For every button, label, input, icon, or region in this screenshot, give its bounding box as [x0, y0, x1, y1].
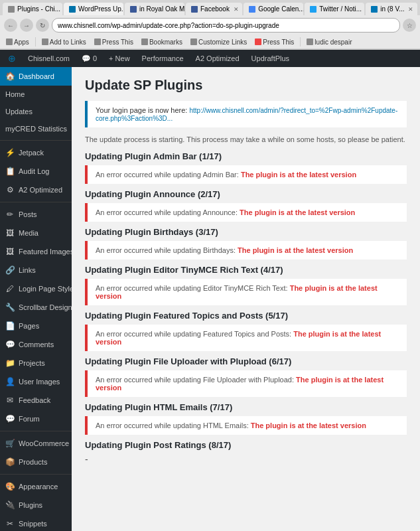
bookmark-ludic[interactable]: ludic despair	[305, 38, 354, 46]
audit-icon: 📋	[5, 167, 15, 176]
sidebar-item-woocommerce[interactable]: 🛒 WooCommerce	[0, 434, 72, 453]
tab-label: Google Calen...	[258, 5, 303, 13]
sidebar-item-label: Featured Images	[19, 248, 72, 256]
wp-performance[interactable]: Performance	[139, 50, 186, 67]
sidebar-item-projects[interactable]: 📁 Projects	[0, 354, 72, 372]
error-box-1: An error occurred while updating Admin B…	[85, 165, 407, 184]
tabs-bar: Plugins - Chi... ✕ WordPress Up... ✕ in …	[0, 0, 420, 15]
sidebar-item-user-images[interactable]: 👤 User Images	[0, 372, 72, 391]
sidebar-item-featured-images[interactable]: 🖼 Featured Images	[0, 242, 72, 261]
bookmark-customize-links[interactable]: Customize Links	[188, 38, 249, 46]
update-section-8: Updating Plugin Post Ratings (8/17) -	[85, 440, 407, 465]
tab-favicon	[191, 6, 198, 13]
comments-number: 0	[93, 54, 97, 62]
user-images-icon: 👤	[5, 377, 15, 386]
sidebar-item-posts[interactable]: ✏ Posts	[0, 205, 72, 224]
bookmark-press-this-2[interactable]: Press This	[253, 38, 296, 46]
update-heading-3: Updating Plugin Birthdays (3/17)	[85, 227, 407, 237]
tab-plugins[interactable]: Plugins - Chi... ✕	[3, 3, 62, 15]
wp-a2-optimized[interactable]: A2 Optimized	[193, 50, 242, 67]
update-section-7: Updating Plugin HTML Emails (7/17) An er…	[85, 402, 407, 435]
wp-comments-count[interactable]: 💬 0	[79, 50, 100, 67]
sidebar-item-label: User Images	[19, 378, 60, 386]
error-text-7: An error occurred while updating HTML Em…	[96, 421, 249, 429]
bookmark-label: Apps	[14, 38, 29, 46]
error-bold-7: The plugin is at the latest version	[251, 421, 366, 429]
sidebar-item-dashboard[interactable]: 🏠 Dashboard	[0, 67, 72, 86]
tab-facebook[interactable]: Facebook ✕	[186, 3, 242, 15]
forum-icon: 💬	[5, 414, 15, 423]
wp-site-name[interactable]: Chisnell.com	[25, 50, 72, 67]
wp-updraftplus[interactable]: UpdraftPlus	[249, 50, 292, 67]
back-button[interactable]: ←	[4, 19, 17, 32]
tab-linkedin[interactable]: in (8 V... ✕	[366, 3, 417, 15]
sidebar-item-home[interactable]: Home	[0, 86, 72, 103]
sidebar-item-products[interactable]: 📦 Products	[0, 453, 72, 471]
update-heading-8: Updating Plugin Post Ratings (8/17)	[85, 440, 407, 450]
bookmark-icon[interactable]: ☆	[403, 19, 416, 32]
browser-chrome: Plugins - Chi... ✕ WordPress Up... ✕ in …	[0, 0, 420, 50]
press-this-2-favicon	[255, 38, 261, 45]
wp-main-layout: 🏠 Dashboard Home Updates myCRED Statisti…	[0, 67, 420, 531]
sidebar-item-login-page-styler[interactable]: 🖊 Login Page Styler	[0, 279, 72, 298]
error-bold-1: The plugin is at the latest version	[241, 171, 356, 179]
wp-new-item[interactable]: + New	[106, 50, 133, 67]
bookmark-label: Customize Links	[198, 38, 247, 46]
sidebar-item-plugins[interactable]: 🔌 Plugins	[0, 496, 72, 514]
sidebar-item-snippets[interactable]: ✂ Snippets	[0, 514, 72, 531]
bookmark-press-this[interactable]: Press This	[92, 38, 135, 46]
tab-twitter[interactable]: Twitter / Noti... ✕	[305, 3, 364, 15]
comments-icon: 💬	[5, 340, 15, 349]
sidebar-separator-4	[0, 474, 72, 475]
error-box-3: An error occurred while updating Birthda…	[85, 241, 407, 260]
press-this-favicon	[94, 38, 101, 45]
sidebar-item-updates[interactable]: Updates	[0, 103, 72, 120]
sidebar-item-a2optimized[interactable]: ⚙ A2 Optimized	[0, 181, 72, 199]
reload-button[interactable]: ↻	[36, 19, 49, 32]
sidebar-item-scrollbar-designer[interactable]: 🔧 Scrollbar Designer	[0, 298, 72, 317]
tab-close-icon[interactable]: ✕	[234, 6, 239, 13]
sidebar-item-appearance[interactable]: 🎨 Appearance	[0, 477, 72, 496]
sidebar-item-label: Appearance	[19, 483, 58, 491]
posts-icon: ✏	[5, 210, 15, 219]
sidebar-item-jetpack[interactable]: ⚡ Jetpack	[0, 143, 72, 162]
forward-button[interactable]: →	[20, 19, 33, 32]
tab-wordpress[interactable]: WordPress Up... ✕	[64, 3, 123, 15]
tab-royaloak[interactable]: in Royal Oak M... ✕	[125, 3, 184, 15]
bookmark-add-to-links[interactable]: Add to Links	[40, 38, 88, 46]
sidebar: 🏠 Dashboard Home Updates myCRED Statisti…	[0, 67, 72, 531]
update-section-1: Updating Plugin Admin Bar (1/17) An erro…	[85, 151, 407, 184]
sidebar-item-pages[interactable]: 📄 Pages	[0, 317, 72, 335]
sidebar-item-label: Audit Log	[19, 167, 49, 175]
sidebar-item-label: Login Page Styler	[19, 285, 72, 293]
wp-logo-item[interactable]: ⊕	[5, 50, 19, 67]
sidebar-item-comments[interactable]: 💬 Comments	[0, 335, 72, 354]
wp-logo-icon: ⊕	[8, 53, 16, 64]
error-bold-2: The plugin is at the latest version	[240, 208, 355, 216]
tab-label: in Royal Oak M...	[139, 5, 184, 13]
bookmark-apps[interactable]: Apps	[4, 38, 31, 46]
sidebar-item-mycred[interactable]: myCRED Statistics	[0, 120, 72, 137]
tab-favicon	[249, 6, 255, 13]
bookmark-bookmarks[interactable]: Bookmarks	[139, 38, 184, 46]
tab-gcal[interactable]: Google Calen... ✕	[244, 3, 303, 15]
add-to-links-favicon	[42, 38, 48, 45]
sidebar-item-label: A2 Optimized	[19, 186, 62, 194]
error-text-1: An error occurred while updating Admin B…	[96, 171, 239, 179]
comment-icon: 💬	[82, 54, 91, 63]
sidebar-item-forum[interactable]: 💬 Forum	[0, 410, 72, 428]
sidebar-item-audit-log[interactable]: 📋 Audit Log	[0, 162, 72, 181]
plugins-icon: 🔌	[5, 500, 15, 510]
woo-icon: 🛒	[5, 439, 15, 448]
address-bar[interactable]	[52, 18, 400, 33]
new-label: + New	[109, 54, 130, 62]
sidebar-separator-3	[0, 431, 72, 431]
sidebar-item-feedback[interactable]: ✉ Feedback	[0, 391, 72, 410]
sidebar-item-media[interactable]: 🖼 Media	[0, 224, 72, 242]
tab-close-icon[interactable]: ✕	[408, 6, 413, 13]
sidebar-item-links[interactable]: 🔗 Links	[0, 261, 72, 279]
jetpack-icon: ⚡	[5, 148, 15, 157]
update-section-6: Updating Plugin File Uploader with Plupl…	[85, 356, 407, 397]
sidebar-item-label: Jetpack	[19, 149, 44, 157]
bookmark-sep	[35, 37, 36, 46]
